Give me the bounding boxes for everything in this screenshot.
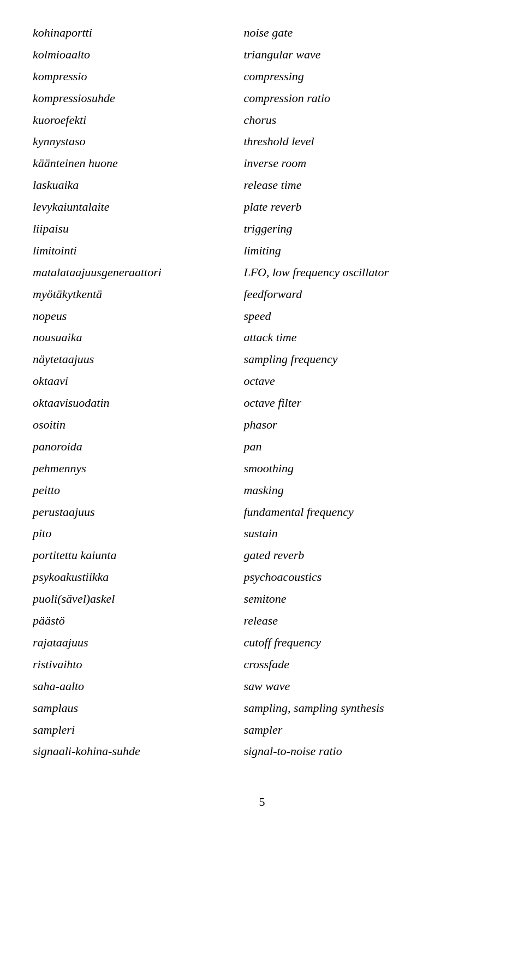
table-row: oktaavisuodatinoctave filter: [33, 392, 491, 414]
english-term: release time: [243, 174, 491, 196]
english-term: crossfade: [243, 654, 491, 675]
english-term: triggering: [243, 218, 491, 240]
table-row: peittomasking: [33, 479, 491, 501]
finnish-term: psykoakustiikka: [33, 566, 243, 588]
table-row: portitettu kaiuntagated reverb: [33, 544, 491, 566]
english-term: fundamental frequency: [243, 501, 491, 523]
finnish-term: perustaajuus: [33, 501, 243, 523]
finnish-term: kolmioaalto: [33, 44, 243, 66]
finnish-term: pito: [33, 522, 243, 544]
english-term: compressing: [243, 66, 491, 87]
english-term: chorus: [243, 109, 491, 131]
english-term: feedforward: [243, 283, 491, 305]
english-term: octave filter: [243, 392, 491, 414]
table-row: kompressiocompressing: [33, 66, 491, 87]
finnish-term: kompressiosuhde: [33, 87, 243, 109]
english-term: LFO, low frequency oscillator: [243, 262, 491, 283]
table-row: puoli(sävel)askelsemitone: [33, 588, 491, 610]
table-row: nopeusspeed: [33, 305, 491, 327]
finnish-term: kynnystaso: [33, 130, 243, 152]
english-term: release: [243, 610, 491, 632]
table-row: näytetaajuussampling frequency: [33, 348, 491, 370]
table-row: levykaiuntalaiteplate reverb: [33, 196, 491, 218]
table-row: laskuaikarelease time: [33, 174, 491, 196]
table-row: kuoroefektichorus: [33, 109, 491, 131]
finnish-term: myötäkytkentä: [33, 283, 243, 305]
english-term: sampling frequency: [243, 348, 491, 370]
glossary-table: kohinaporttinoise gatekolmioaaltotriangu…: [33, 22, 491, 762]
finnish-term: peitto: [33, 479, 243, 501]
finnish-term: oktaavisuodatin: [33, 392, 243, 414]
english-term: cutoff frequency: [243, 632, 491, 654]
english-term: speed: [243, 305, 491, 327]
finnish-term: osoitin: [33, 414, 243, 436]
english-term: sampling, sampling synthesis: [243, 697, 491, 719]
english-term: threshold level: [243, 130, 491, 152]
table-row: päästörelease: [33, 610, 491, 632]
english-term: triangular wave: [243, 44, 491, 66]
table-row: psykoakustiikkapsychoacoustics: [33, 566, 491, 588]
finnish-term: sampleri: [33, 719, 243, 741]
table-row: myötäkytkentäfeedforward: [33, 283, 491, 305]
finnish-term: näytetaajuus: [33, 348, 243, 370]
finnish-term: liipaisu: [33, 218, 243, 240]
english-term: limiting: [243, 240, 491, 262]
english-term: sampler: [243, 719, 491, 741]
finnish-term: saha-aalto: [33, 675, 243, 697]
english-term: compression ratio: [243, 87, 491, 109]
table-row: kompressiosuhdecompression ratio: [33, 87, 491, 109]
table-row: samplerisampler: [33, 719, 491, 741]
table-row: oktaavioctave: [33, 370, 491, 392]
finnish-term: signaali-kohina-suhde: [33, 740, 243, 762]
english-term: noise gate: [243, 22, 491, 44]
english-term: inverse room: [243, 152, 491, 174]
table-row: limitointilimiting: [33, 240, 491, 262]
finnish-term: limitointi: [33, 240, 243, 262]
table-row: kynnystasothreshold level: [33, 130, 491, 152]
finnish-term: matalataajuusgeneraattori: [33, 262, 243, 283]
english-term: phasor: [243, 414, 491, 436]
english-term: psychoacoustics: [243, 566, 491, 588]
finnish-term: levykaiuntalaite: [33, 196, 243, 218]
english-term: smoothing: [243, 458, 491, 479]
english-term: semitone: [243, 588, 491, 610]
table-row: rajataajuuscutoff frequency: [33, 632, 491, 654]
table-row: kolmioaaltotriangular wave: [33, 44, 491, 66]
finnish-term: rajataajuus: [33, 632, 243, 654]
finnish-term: kuoroefekti: [33, 109, 243, 131]
finnish-term: nousuaika: [33, 326, 243, 348]
finnish-term: pehmennys: [33, 458, 243, 479]
table-row: liipaisutriggering: [33, 218, 491, 240]
table-row: saha-aaltosaw wave: [33, 675, 491, 697]
table-row: matalataajuusgeneraattoriLFO, low freque…: [33, 262, 491, 283]
english-term: saw wave: [243, 675, 491, 697]
table-row: samplaussampling, sampling synthesis: [33, 697, 491, 719]
finnish-term: puoli(sävel)askel: [33, 588, 243, 610]
table-row: nousuaikaattack time: [33, 326, 491, 348]
english-term: octave: [243, 370, 491, 392]
finnish-term: nopeus: [33, 305, 243, 327]
english-term: masking: [243, 479, 491, 501]
finnish-term: kohinaportti: [33, 22, 243, 44]
page-number: 5: [33, 795, 491, 809]
table-row: signaali-kohina-suhdesignal-to-noise rat…: [33, 740, 491, 762]
english-term: attack time: [243, 326, 491, 348]
table-row: pehmennyssmoothing: [33, 458, 491, 479]
finnish-term: portitettu kaiunta: [33, 544, 243, 566]
finnish-term: oktaavi: [33, 370, 243, 392]
finnish-term: ristivaihto: [33, 654, 243, 675]
finnish-term: panoroida: [33, 436, 243, 458]
finnish-term: käänteinen huone: [33, 152, 243, 174]
finnish-term: laskuaika: [33, 174, 243, 196]
table-row: pitosustain: [33, 522, 491, 544]
finnish-term: päästö: [33, 610, 243, 632]
table-row: osoitinphasor: [33, 414, 491, 436]
english-term: gated reverb: [243, 544, 491, 566]
english-term: pan: [243, 436, 491, 458]
english-term: sustain: [243, 522, 491, 544]
table-row: ristivaihtocrossfade: [33, 654, 491, 675]
finnish-term: samplaus: [33, 697, 243, 719]
finnish-term: kompressio: [33, 66, 243, 87]
english-term: signal-to-noise ratio: [243, 740, 491, 762]
table-row: käänteinen huoneinverse room: [33, 152, 491, 174]
